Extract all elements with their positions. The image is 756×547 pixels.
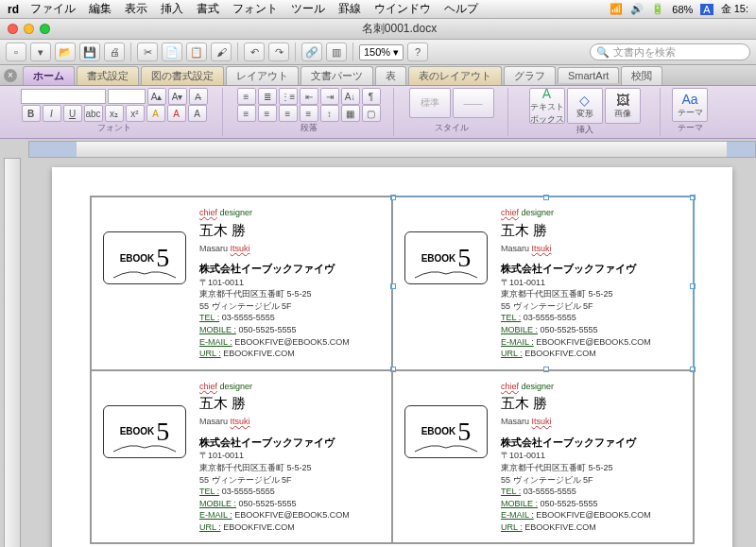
zoom-select[interactable]: 150%▾ <box>359 44 404 60</box>
tab-home[interactable]: ホーム <box>23 66 75 85</box>
link-button[interactable]: 🔗 <box>301 43 322 61</box>
themes-button[interactable]: Aaテーマ <box>672 88 708 122</box>
font-size-select[interactable] <box>108 89 146 104</box>
picture-button[interactable]: 🖼画像 <box>605 88 641 124</box>
paste-button[interactable]: 📋 <box>186 43 207 61</box>
search-input[interactable]: 🔍 文書内を検索 <box>590 43 750 60</box>
tab-table-layout[interactable]: 表のレイアウト <box>408 66 502 85</box>
sub-button[interactable]: x₂ <box>105 105 124 122</box>
tab-format[interactable]: 書式設定 <box>77 66 139 85</box>
ribbon-tabs: × ホーム 書式設定 図の書式設定 レイアウト 文書パーツ 表 表のレイアウト … <box>0 65 756 86</box>
ribbon-group-insert: Aテキストボックス ◇変形 🖼画像 挿入 <box>509 88 661 136</box>
tab-parts[interactable]: 文書パーツ <box>301 66 373 85</box>
underline-button[interactable]: U <box>63 105 82 122</box>
shrink-font-button[interactable]: A▾ <box>168 88 187 105</box>
help-button[interactable]: ? <box>407 43 428 61</box>
volume-icon[interactable]: 🔊 <box>630 3 644 15</box>
nav-button[interactable]: ▥ <box>326 43 347 61</box>
line-spacing-button[interactable]: ↕ <box>320 105 339 122</box>
italic-button[interactable]: I <box>43 105 61 122</box>
align-right-button[interactable]: ≡ <box>279 105 298 122</box>
new-doc-button[interactable]: ▫ <box>6 43 26 61</box>
menu-file[interactable]: ファイル <box>30 1 76 17</box>
format-painter-button[interactable]: 🖌 <box>211 43 232 61</box>
undo-button[interactable]: ↶ <box>244 43 265 61</box>
menu-insert[interactable]: 挿入 <box>161 1 183 17</box>
tab-smartart[interactable]: SmartArt <box>558 67 619 83</box>
tab-close-icon[interactable]: × <box>4 69 17 82</box>
style-normal[interactable]: 標準 <box>409 88 451 118</box>
multilevel-button[interactable]: ⋮≡ <box>279 88 298 105</box>
cut-button[interactable]: ✂ <box>137 43 158 61</box>
sup-button[interactable]: x² <box>126 105 145 122</box>
textbox-button[interactable]: Aテキストボックス <box>529 88 565 124</box>
close-window-button[interactable] <box>8 24 18 34</box>
highlight-button[interactable]: A <box>146 105 165 122</box>
clear-format-button[interactable]: A̶ <box>189 88 208 105</box>
business-card[interactable]: EBOOK5 chief designer 五木 勝 Masaru Itsuki… <box>392 370 694 544</box>
menu-table[interactable]: 罫線 <box>338 1 361 17</box>
flag-icon[interactable]: A <box>700 4 713 15</box>
save-button[interactable]: 💾 <box>79 43 100 61</box>
open-button[interactable]: 📂 <box>55 43 76 61</box>
logo-icon: EBOOK5 <box>404 405 488 458</box>
copy-button[interactable]: 📄 <box>162 43 182 61</box>
selection-handle[interactable] <box>390 195 396 200</box>
char-border-button[interactable]: A <box>188 105 207 122</box>
window-titlebar: 名刺0001.docx <box>0 19 756 40</box>
menu-window[interactable]: ウインドウ <box>374 1 431 17</box>
search-icon: 🔍 <box>596 46 610 59</box>
horizontal-ruler[interactable] <box>28 141 756 158</box>
style-gallery[interactable]: —— <box>453 88 494 118</box>
battery-icon[interactable]: 🔋 <box>651 3 664 15</box>
numbering-button[interactable]: ≣ <box>258 88 277 105</box>
indent-button[interactable]: ⇥ <box>320 88 339 105</box>
sort-button[interactable]: A↓ <box>341 88 360 105</box>
minimize-window-button[interactable] <box>24 24 34 34</box>
template-button[interactable]: ▾ <box>30 43 51 61</box>
business-card[interactable]: EBOOK5 chief designer 五木 勝 Masaru Itsuki… <box>91 197 392 370</box>
menu-font[interactable]: フォント <box>232 1 278 17</box>
selection-handle[interactable] <box>390 283 396 289</box>
menu-view[interactable]: 表示 <box>125 1 147 17</box>
vertical-ruler[interactable] <box>4 158 21 547</box>
justify-button[interactable]: ≡ <box>300 105 318 122</box>
menu-format[interactable]: 書式 <box>197 1 219 17</box>
menu-help[interactable]: ヘルプ <box>444 1 478 17</box>
bold-button[interactable]: B <box>22 105 41 122</box>
mac-menubar: rd ファイル 編集 表示 挿入 書式 フォント ツール 罫線 ウインドウ ヘル… <box>0 0 756 19</box>
selection-handle[interactable] <box>543 195 549 200</box>
print-button[interactable]: 🖨 <box>104 43 125 61</box>
font-color-button[interactable]: A <box>167 105 186 122</box>
align-left-button[interactable]: ≡ <box>237 105 256 122</box>
ribbon-group-font: A▴ A▾ A̶ B I U abc x₂ x² A A A フォント <box>6 88 223 136</box>
tab-chart[interactable]: グラフ <box>504 66 556 85</box>
cards-table: EBOOK5 chief designer 五木 勝 Masaru Itsuki… <box>90 196 695 544</box>
tab-review[interactable]: 校閲 <box>621 66 662 85</box>
tab-layout[interactable]: レイアウト <box>226 66 299 85</box>
outdent-button[interactable]: ⇤ <box>300 88 318 105</box>
zoom-window-button[interactable] <box>40 24 50 34</box>
menu-tools[interactable]: ツール <box>291 1 325 17</box>
font-family-select[interactable] <box>21 89 106 104</box>
selection-handle[interactable] <box>690 283 696 289</box>
document-area[interactable]: EBOOK5 chief designer 五木 勝 Masaru Itsuki… <box>0 158 756 547</box>
business-card[interactable]: EBOOK5 chief designer 五木 勝 Masaru Itsuki… <box>91 370 392 544</box>
grow-font-button[interactable]: A▴ <box>147 88 166 105</box>
ribbon-group-styles: 標準 —— スタイル <box>395 88 508 136</box>
tab-table[interactable]: 表 <box>375 66 406 85</box>
selection-handle[interactable] <box>690 195 696 200</box>
shapes-button[interactable]: ◇変形 <box>567 88 603 124</box>
shading-button[interactable]: ▦ <box>341 105 360 122</box>
wifi-icon[interactable]: 📶 <box>610 3 623 15</box>
menu-edit[interactable]: 編集 <box>89 1 112 17</box>
business-card[interactable]: EBOOK5 chief designer 五木 勝 Masaru Itsuki… <box>392 197 694 370</box>
redo-button[interactable]: ↷ <box>268 43 289 61</box>
tab-picture-format[interactable]: 図の書式設定 <box>141 66 224 85</box>
strike-button[interactable]: abc <box>84 105 103 122</box>
align-center-button[interactable]: ≡ <box>258 105 277 122</box>
logo-icon: EBOOK5 <box>103 405 186 458</box>
show-marks-button[interactable]: ¶ <box>362 88 381 105</box>
bullets-button[interactable]: ≡ <box>237 88 256 105</box>
borders-button[interactable]: ▢ <box>362 105 381 122</box>
